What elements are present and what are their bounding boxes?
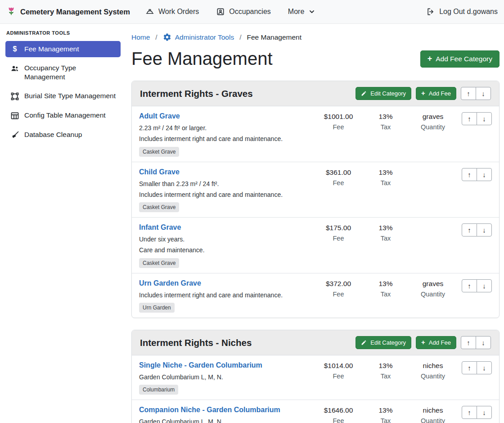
category-card-graves: Interment Rights - Graves Edit Category …	[131, 81, 500, 318]
move-fee-up-button[interactable]: ↑	[462, 112, 477, 125]
fee-amount: $1001.00	[316, 113, 361, 121]
fee-amount-label: Fee	[316, 123, 361, 131]
quantity-col: graves Quantity	[410, 279, 455, 298]
fee-description: Smaller than 2.23 m² / 24 ft².	[139, 179, 314, 188]
move-fee-down-button[interactable]: ↓	[477, 361, 492, 374]
category-title: Interment Rights - Niches	[140, 337, 356, 348]
quantity-label: Quantity	[410, 417, 455, 423]
move-category-down-button[interactable]: ↓	[476, 336, 491, 349]
move-category-up-button[interactable]: ↑	[461, 336, 476, 349]
sidebar-item-config-table[interactable]: Config Table Management	[5, 107, 121, 124]
tax-label: Tax	[363, 417, 408, 423]
edit-category-button[interactable]: Edit Category	[356, 87, 411, 100]
nav-work-orders-label: Work Orders	[158, 8, 199, 16]
add-fee-category-label: Add Fee Category	[436, 55, 492, 63]
fee-name-link[interactable]: Adult Grave	[139, 112, 180, 120]
move-fee-down-button[interactable]: ↓	[477, 406, 492, 419]
fee-move-group: ↑ ↓	[458, 223, 492, 237]
arrow-down-icon: ↓	[482, 339, 485, 346]
fee-move-group: ↑ ↓	[458, 361, 492, 374]
fee-amount-label: Fee	[316, 291, 361, 298]
fee-row: Child Grave Smaller than 2.23 m² / 24 ft…	[132, 162, 499, 218]
nav-more[interactable]: More	[288, 8, 315, 16]
sidebar-item-label: Occupancy Type Management	[24, 64, 116, 82]
nav-logout[interactable]: Log Out d.gowans	[426, 7, 498, 16]
move-fee-down-button[interactable]: ↓	[477, 168, 492, 181]
fee-name-link[interactable]: Child Grave	[139, 168, 180, 176]
pencil-icon	[361, 340, 367, 346]
tax-value: 13%	[363, 280, 408, 288]
sidebar-item-fee-management[interactable]: $ Fee Management	[5, 41, 121, 57]
fee-amount-col: $175.00 Fee	[316, 223, 361, 242]
fee-name-link[interactable]: Single Niche - Garden Columbarium	[139, 361, 262, 369]
fee-amount-col: $361.00 Fee	[316, 168, 361, 186]
fee-name-link[interactable]: Companion Niche - Garden Columbarium	[139, 406, 280, 414]
quantity-col	[410, 168, 455, 168]
breadcrumb-home-link[interactable]: Home	[131, 33, 150, 41]
arrow-up-icon: ↑	[468, 226, 471, 234]
fee-move-group: ↑ ↓	[458, 279, 492, 292]
edit-category-label: Edit Category	[370, 90, 406, 97]
category-actions: Edit Category + Add Fee ↑ ↓	[356, 87, 491, 100]
move-fee-down-button[interactable]: ↓	[477, 279, 492, 292]
nav-work-orders[interactable]: Work Orders	[145, 7, 199, 16]
fee-info: Urn Garden Grave Includes interment righ…	[139, 279, 314, 313]
tax-label: Tax	[363, 291, 408, 298]
move-fee-up-button[interactable]: ↑	[462, 223, 477, 237]
sidebar-item-label: Config Table Management	[24, 111, 106, 120]
quantity-col	[410, 223, 455, 224]
arrow-down-icon: ↓	[482, 226, 486, 234]
sidebar-item-label: Burial Site Type Management	[24, 91, 116, 100]
move-fee-up-button[interactable]: ↑	[462, 168, 477, 181]
tax-col: 13% Tax	[363, 361, 408, 380]
category-move-group: ↑ ↓	[461, 87, 491, 100]
fee-row: Infant Grave Under six years. Care and m…	[132, 218, 499, 273]
category-move-group: ↑ ↓	[461, 336, 491, 349]
move-fee-down-button[interactable]: ↓	[477, 223, 492, 237]
fee-amount-label: Fee	[316, 373, 361, 380]
nav-occupancies-label: Occupancies	[229, 8, 271, 16]
edit-category-button[interactable]: Edit Category	[356, 336, 411, 349]
move-fee-up-button[interactable]: ↑	[462, 406, 477, 419]
plus-icon: +	[421, 90, 425, 97]
move-fee-down-button[interactable]: ↓	[477, 112, 492, 125]
quantity-label: Quantity	[410, 373, 455, 380]
logout-icon	[426, 7, 435, 16]
move-fee-up-button[interactable]: ↑	[462, 361, 477, 374]
fee-description: Includes interment right and care and ma…	[139, 291, 314, 300]
fee-amount-col: $1014.00 Fee	[316, 361, 361, 380]
arrow-down-icon: ↓	[482, 115, 486, 123]
edit-category-label: Edit Category	[370, 339, 406, 346]
category-card-niches: Interment Rights - Niches Edit Category …	[131, 330, 500, 423]
fee-description: Includes interment right and care and ma…	[139, 190, 314, 199]
top-navbar: Cemetery Management System Work Orders O…	[0, 0, 504, 24]
fee-amount: $1014.00	[316, 362, 361, 370]
nav-occupancies[interactable]: Occupancies	[216, 7, 271, 16]
fee-name-link[interactable]: Urn Garden Grave	[139, 279, 201, 287]
breadcrumb-admin-tools-link[interactable]: Administrator Tools	[163, 33, 234, 41]
tulip-logo-icon	[6, 7, 16, 17]
fee-type-badge: Columbarium	[139, 385, 178, 395]
sidebar-item-database-cleanup[interactable]: Database Cleanup	[5, 127, 121, 143]
fee-move-group: ↑ ↓	[458, 406, 492, 419]
add-fee-category-button[interactable]: + Add Fee Category	[420, 50, 500, 68]
sidebar-item-occupancy-type[interactable]: Occupancy Type Management	[5, 60, 121, 85]
add-fee-button[interactable]: + Add Fee	[416, 87, 456, 100]
add-fee-button[interactable]: + Add Fee	[416, 336, 456, 349]
fee-type-badge: Casket Grave	[139, 202, 179, 212]
sidebar-item-burial-site-type[interactable]: Burial Site Type Management	[5, 88, 121, 105]
tax-value: 13%	[363, 113, 408, 121]
fee-name-link[interactable]: Infant Grave	[139, 223, 181, 232]
add-fee-label: Add Fee	[429, 90, 451, 97]
move-fee-up-button[interactable]: ↑	[462, 279, 477, 292]
fee-type-badge: Casket Grave	[139, 258, 179, 268]
move-category-up-button[interactable]: ↑	[461, 87, 476, 100]
fee-description: 2.23 m² / 24 ft² or larger.	[139, 123, 314, 132]
arrow-up-icon: ↑	[468, 364, 471, 372]
breadcrumb-separator: /	[239, 33, 241, 41]
arrow-down-icon: ↓	[482, 409, 486, 416]
arrow-down-icon: ↓	[482, 282, 486, 290]
move-category-down-button[interactable]: ↓	[476, 87, 491, 100]
tax-label: Tax	[363, 179, 408, 186]
pencil-icon	[361, 91, 367, 96]
